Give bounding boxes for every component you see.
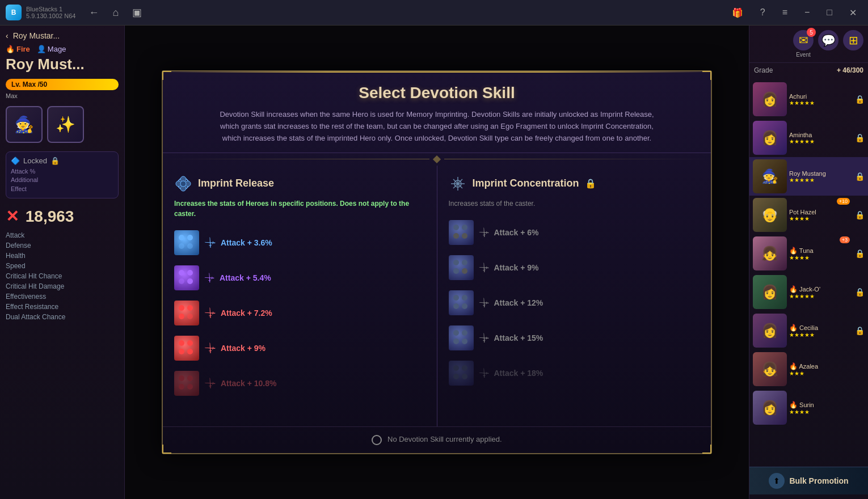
bulk-promotion-button[interactable]: ⬆ Bulk Promotion bbox=[749, 467, 868, 494]
gift-button[interactable]: 🎁 bbox=[726, 5, 749, 20]
hero-skill-icon-1[interactable]: 🧙 bbox=[6, 106, 43, 143]
back-hero-button[interactable]: ‹ Roy Mustar... bbox=[6, 31, 119, 40]
hero-info-achuri: Achuri ★★★★★ bbox=[787, 93, 853, 106]
hero-lock-tuna: 🔒 bbox=[855, 249, 865, 258]
stat-health: Health bbox=[6, 251, 119, 261]
hero-entry-roy[interactable]: 🧙 Roy Mustang ★★★★★ 🔒 bbox=[749, 157, 868, 196]
hero-stars-roy: ★★★★★ bbox=[789, 177, 850, 183]
hero-info-roy: Roy Mustang ★★★★★ bbox=[787, 170, 853, 183]
footer-notice: No Devotion Skill currently applied. bbox=[387, 435, 502, 443]
gem-s-gray bbox=[449, 290, 474, 315]
chat-button[interactable]: 💬 bbox=[818, 30, 838, 58]
home-button[interactable]: ⌂ bbox=[108, 4, 123, 21]
tuna-fire-icon: 🔥 bbox=[789, 247, 798, 255]
multi-button[interactable]: ▣ bbox=[128, 4, 146, 21]
menu-button[interactable]: ≡ bbox=[777, 5, 793, 20]
hero-stars-azalea: ★★★ bbox=[789, 370, 862, 377]
hero-name-hazel: Pot Hazel bbox=[789, 209, 850, 215]
hero-entry-tuna[interactable]: 👧 🔥 Tuna ★★★★ 🔒 +3 bbox=[749, 234, 868, 273]
sword-icon-a: ⚔ bbox=[202, 270, 217, 285]
event-button[interactable]: ✉ 5 Event bbox=[793, 30, 814, 58]
imprint-concentration-title: Imprint Concentration bbox=[473, 177, 579, 189]
divider-line-right bbox=[444, 159, 711, 159]
back-arrow-icon: ‹ bbox=[6, 31, 9, 40]
skill-row-b-release[interactable]: ⚔ Attack + 3.6% bbox=[174, 228, 425, 257]
imprint-release-desc: Increases the stats of Heroes in specifi… bbox=[174, 198, 425, 219]
hero-thumb-cecilia: 👩 bbox=[753, 314, 787, 348]
hero-thumb-surin: 👩 bbox=[753, 391, 787, 425]
modal-description: Devotion Skill increases when the same H… bbox=[210, 109, 664, 144]
modal-footer: No Devotion Skill currently applied. bbox=[163, 426, 711, 453]
window-nav: ← ⌂ ▣ bbox=[84, 4, 146, 21]
skill-row-ss-release[interactable]: ⚔ Attack + 9% bbox=[174, 333, 425, 363]
attack-cross-icon: ✕ bbox=[6, 208, 19, 225]
hero-entry-surin[interactable]: 👩 🔥 Surin ★★★★ bbox=[749, 388, 868, 427]
bulk-promo-label: Bulk Promotion bbox=[789, 476, 848, 485]
skill-row-a-release[interactable]: ⚔ Attack + 5.4% bbox=[174, 263, 425, 293]
hero-thumb-azalea: 👧 bbox=[753, 352, 787, 386]
sword-icon-ss-conc: ⚔ bbox=[476, 330, 491, 345]
sword-icon-s: ⚔ bbox=[201, 305, 218, 322]
hero-type-row: 🔥 Fire 👤 Mage bbox=[6, 45, 119, 53]
hero-name-jacko: 🔥 Jack-O' bbox=[789, 285, 850, 293]
imprint-release-rows: ⚔ Attack + 3.6% bbox=[174, 228, 425, 398]
stat-crit-damage: Critical Hit Damage bbox=[6, 281, 119, 291]
chat-icon: 💬 bbox=[818, 30, 838, 50]
bulk-promo-icon: ⬆ bbox=[769, 473, 785, 489]
minimize-button[interactable]: − bbox=[799, 5, 815, 20]
hero-info-cecilia: 🔥 Cecilia ★★★★★ bbox=[787, 324, 853, 338]
modal-divider bbox=[163, 153, 711, 166]
gem-s-red bbox=[174, 301, 199, 325]
hero-stars-jacko: ★★★★★ bbox=[789, 293, 850, 299]
imprint-release-column[interactable]: Imprint Release Increases the stats of H… bbox=[163, 166, 437, 426]
window-controls: 🎁 ? ≡ − □ ✕ bbox=[726, 5, 862, 20]
hero-entry-hazel[interactable]: 👴 Pot Hazel ★★★★ 🔒 +10 bbox=[749, 196, 868, 234]
grid-icon: ⊞ bbox=[843, 30, 863, 50]
hero-entry-cecilia[interactable]: 👩 🔥 Cecilia ★★★★★ 🔒 bbox=[749, 311, 868, 350]
hero-name-cecilia: 🔥 Cecilia bbox=[789, 324, 850, 332]
hero-stars-hazel: ★★★★ bbox=[789, 215, 850, 222]
gem-ss-red bbox=[174, 336, 199, 361]
back-button[interactable]: ← bbox=[84, 4, 103, 21]
hero-skill-icon-2[interactable]: ✨ bbox=[47, 106, 84, 143]
app-title: BlueStacks 1 5.9.130.1002 N64 bbox=[26, 6, 75, 19]
hero-info-hazel: Pot Hazel ★★★★ bbox=[787, 209, 853, 222]
grade-label: Grade bbox=[754, 66, 773, 74]
restore-button[interactable]: □ bbox=[821, 5, 838, 20]
hero-entry-jacko[interactable]: 👩 🔥 Jack-O' ★★★★★ 🔒 bbox=[749, 273, 868, 311]
hero-lock-roy: 🔒 bbox=[855, 172, 865, 181]
grade-bar: Grade + 46/300 bbox=[749, 63, 868, 78]
imprint-concentration-rows: ⚔ Attack + 6% bbox=[449, 218, 700, 388]
lock-padlock-icon: 🔒 bbox=[50, 157, 60, 165]
locked-skill-desc: Attack % Additional Effect bbox=[11, 167, 113, 193]
jacko-fire-icon: 🔥 bbox=[789, 285, 798, 293]
attack-power: ✕ 18,963 bbox=[6, 207, 119, 226]
gem-sss-red bbox=[174, 371, 199, 396]
hero-thumb-jacko: 👩 bbox=[753, 275, 787, 309]
hero-lock-cecilia: 🔒 bbox=[855, 326, 865, 335]
skill-row-sss-release[interactable]: ⚔ Attack + 10.8% bbox=[174, 369, 425, 398]
menu-grid-button[interactable]: ⊞ bbox=[843, 30, 863, 58]
imprint-release-header: Imprint Release bbox=[174, 175, 425, 193]
hero-entry-achuri[interactable]: 👩 Achuri ★★★★★ 🔒 bbox=[749, 80, 868, 119]
skill-value-s: Attack + 7.2% bbox=[221, 308, 272, 318]
level-bar: Lv. Max /50 bbox=[6, 79, 119, 90]
hero-info-tuna: 🔥 Tuna ★★★★ bbox=[787, 247, 853, 261]
sword-icon-b: ⚔ bbox=[201, 234, 218, 251]
sword-icon-ss: ⚔ bbox=[201, 340, 218, 357]
help-button[interactable]: ? bbox=[755, 5, 771, 20]
hero-entry-amintha[interactable]: 👩 Amintha ★★★★★ 🔒 bbox=[749, 119, 868, 157]
skill-row-b-concentration: ⚔ Attack + 6% bbox=[449, 218, 700, 247]
skill-row-ss-concentration: ⚔ Attack + 15% bbox=[449, 323, 700, 353]
max-label: Max bbox=[6, 92, 119, 99]
hero-entry-azalea[interactable]: 👧 🔥 Azalea ★★★ bbox=[749, 350, 868, 388]
close-button[interactable]: ✕ bbox=[844, 5, 862, 20]
skill-row-s-release[interactable]: ⚔ Attack + 7.2% bbox=[174, 298, 425, 328]
titlebar: B BlueStacks 1 5.9.130.1002 N64 ← ⌂ ▣ 🎁 … bbox=[0, 0, 868, 26]
stat-defense: Defense bbox=[6, 240, 119, 251]
game-area: ‹ Roy Mustar... 🔥 Fire 👤 Mage Roy Must..… bbox=[0, 26, 868, 499]
divider-line-left bbox=[163, 159, 429, 159]
bluestacks-logo: B bbox=[6, 5, 22, 20]
stat-effect-resist: Effect Resistance bbox=[6, 302, 119, 312]
hero-name-tuna: 🔥 Tuna bbox=[789, 247, 850, 255]
